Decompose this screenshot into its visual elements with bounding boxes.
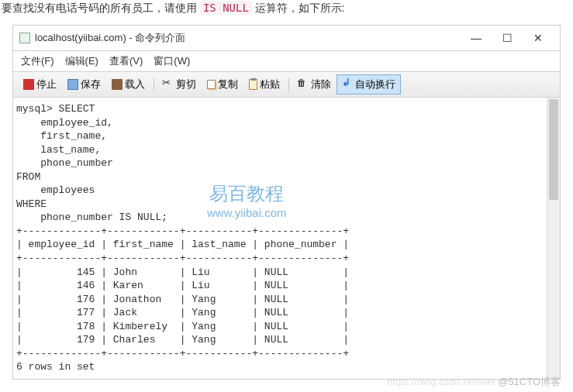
wrap-button[interactable]: 自动换行 [337,74,401,95]
terminal-output[interactable]: mysql> SELECT employee_id, first_name, l… [13,98,547,379]
paste-label: 粘贴 [260,77,280,91]
menu-view[interactable]: 查看(V) [109,54,143,68]
wrap-label: 自动换行 [355,77,395,91]
paste-icon [249,79,257,90]
footer-watermark: https://blog.csdn.net/wei @51CTO博客 [387,375,561,389]
menu-file[interactable]: 文件(F) [21,54,54,68]
cut-button[interactable]: 剪切 [157,74,202,95]
menu-edit[interactable]: 编辑(E) [65,54,98,68]
save-icon [67,79,78,90]
cut-label: 剪切 [176,77,196,91]
save-button[interactable]: 保存 [62,74,106,95]
clear-icon [298,79,309,90]
stop-button[interactable]: 停止 [18,74,62,95]
intro-code: IS NULL [200,1,252,15]
scrollbar-thumb[interactable] [549,99,558,200]
menubar: 文件(F) 编辑(E) 查看(V) 窗口(W) [13,51,560,71]
footer-faint: https://blog.csdn.net/wei [387,376,498,387]
titlebar: localhost(yiibai.com) - 命令列介面 — ☐ ✕ [13,26,560,51]
terminal-area: mysql> SELECT employee_id, first_name, l… [13,98,560,379]
stop-icon [23,79,34,90]
intro-post: 运算符，如下所示: [252,2,345,14]
load-icon [112,79,123,90]
close-button[interactable]: ✕ [523,30,554,46]
paste-button[interactable]: 粘贴 [243,74,285,95]
wrap-icon [342,79,353,90]
minimize-button[interactable]: — [461,30,492,46]
copy-icon [207,80,216,89]
load-button[interactable]: 载入 [106,74,150,95]
scrollbar[interactable] [547,98,560,379]
cut-icon [163,79,174,90]
clear-label: 清除 [311,77,331,91]
intro-text: 要查找没有电话号码的所有员工，请使用 IS NULL 运算符，如下所示: [0,0,573,25]
toolbar: 停止 保存 载入 剪切 复制 粘贴 清除 自动换行 [13,71,560,98]
copy-button[interactable]: 复制 [202,74,243,95]
clear-button[interactable]: 清除 [292,74,337,95]
terminal-window: localhost(yiibai.com) - 命令列介面 — ☐ ✕ 文件(F… [12,25,561,380]
toolbar-separator [288,77,289,91]
save-label: 保存 [81,77,101,91]
maximize-button[interactable]: ☐ [492,30,523,46]
app-icon [19,33,30,43]
copy-label: 复制 [218,77,238,91]
load-label: 载入 [125,77,145,91]
window-controls: — ☐ ✕ [461,30,554,46]
menu-window[interactable]: 窗口(W) [154,54,190,68]
window-title: localhost(yiibai.com) - 命令列介面 [35,31,461,45]
intro-pre: 要查找没有电话号码的所有员工，请使用 [2,2,200,14]
toolbar-separator [154,77,154,91]
stop-label: 停止 [36,77,57,91]
footer-brand: @51CTO博客 [498,376,561,387]
